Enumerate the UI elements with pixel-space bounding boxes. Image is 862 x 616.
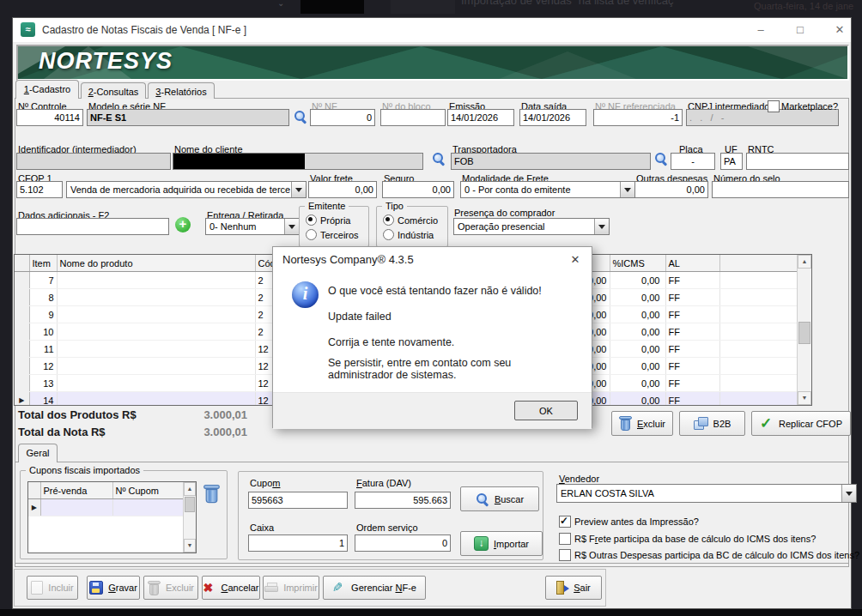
action-incluir-button[interactable]: Incluir	[27, 576, 78, 600]
dialog-message-2: Update failed	[328, 311, 586, 323]
vendedor-label: Vendedor	[559, 474, 599, 484]
add-icon[interactable]	[175, 217, 191, 233]
emitente-group: Emitente Própria Terceiros	[299, 206, 369, 247]
data-saida-input[interactable]	[519, 109, 586, 126]
scroll-thumb[interactable]	[798, 322, 810, 344]
desktop-background: Importação de vendas" na lista de verifi…	[0, 0, 862, 616]
scroll-up-icon[interactable]: ▲	[184, 482, 196, 496]
radio-dot	[306, 229, 317, 240]
door-icon	[556, 581, 568, 595]
importar-button[interactable]: Importar	[460, 531, 543, 556]
action-imprimir-button[interactable]: Imprimir	[263, 576, 319, 600]
radio-propria[interactable]: Própria	[306, 214, 350, 226]
chevron-down-icon[interactable]	[291, 182, 306, 197]
minimize-button[interactable]: –	[744, 18, 777, 42]
rntc-input[interactable]	[746, 153, 849, 170]
scroll-thumb[interactable]	[185, 497, 195, 512]
tab-cadastro[interactable]: 1-Cadastro	[15, 80, 79, 99]
action-cancelar-button[interactable]: Cancelar	[202, 576, 260, 600]
action-sair-button[interactable]: Sair	[545, 576, 602, 600]
total-nota-value: 3.000,01	[142, 426, 247, 438]
nf-input[interactable]	[310, 109, 375, 126]
cfop-code-input[interactable]	[16, 181, 63, 198]
buscar-button[interactable]: Buscar	[460, 486, 539, 511]
col-icms: %ICMS	[610, 255, 665, 272]
vendedor-select[interactable]: ERLAN COSTA SILVA	[556, 484, 857, 503]
identificador-input[interactable]	[16, 153, 171, 170]
background-caret: ⌄	[277, 0, 284, 8]
cfop-select[interactable]: Venda de mercadoria adquirida ou recebid…	[66, 181, 307, 198]
total-produtos-label: Total dos Produtos R$	[18, 408, 137, 421]
caixa-input[interactable]	[248, 534, 348, 552]
radio-terceiros[interactable]: Terceiros	[306, 229, 359, 240]
search-transportadora-icon[interactable]	[654, 152, 668, 166]
placa-input[interactable]	[671, 153, 715, 170]
search-modelo-icon[interactable]	[294, 110, 307, 124]
radio-industria[interactable]: Indústria	[383, 229, 434, 240]
numero-selo-input[interactable]	[712, 181, 849, 198]
action-gerenciar-nf-e-button[interactable]: Gerenciar NF-e	[323, 576, 426, 600]
presenca-select[interactable]: Operação presencial	[453, 218, 610, 235]
ok-button[interactable]: OK	[514, 401, 578, 420]
marketplace-checkbox[interactable]	[768, 100, 780, 112]
scroll-down-icon[interactable]: ▼	[798, 391, 811, 405]
frete-bc-checkbox[interactable]	[559, 533, 571, 545]
valor-frete-input[interactable]	[308, 181, 377, 198]
close-icon[interactable]: ✕	[566, 251, 585, 269]
excluir-item-button[interactable]: Excluir	[611, 411, 673, 436]
cupons-scrollbar[interactable]: ▲ ▼	[183, 482, 196, 553]
outras-bc-checkbox[interactable]	[559, 549, 571, 561]
controle-input[interactable]	[16, 109, 83, 126]
cupom-row[interactable]: ▶	[28, 499, 183, 516]
maximize-button[interactable]: □	[784, 18, 816, 42]
b2b-button[interactable]: B2B	[679, 411, 745, 436]
search-icon	[476, 492, 489, 506]
entrega-retirada-select[interactable]: 0- Nenhum	[205, 218, 300, 235]
tab-consultas[interactable]: 2-Consultas	[81, 82, 146, 99]
window-title: Cadastro de Notas Fiscais de Venda [ NF-…	[42, 24, 246, 36]
chevron-down-icon[interactable]	[284, 219, 299, 234]
grid-scrollbar[interactable]: ▲ ▼	[797, 255, 811, 405]
col-prevenda: Pré-venda	[40, 482, 112, 499]
tipo-legend: Tipo	[382, 201, 407, 211]
scroll-down-icon[interactable]: ▼	[184, 539, 196, 553]
error-dialog: Nortesys Company® 4.3.5 ✕ O que você est…	[272, 246, 592, 428]
modelo-input[interactable]	[87, 109, 289, 126]
uf-input[interactable]	[720, 153, 743, 170]
action-gravar-button[interactable]: Gravar	[87, 576, 140, 600]
emissao-input[interactable]	[447, 109, 514, 126]
cupom-input[interactable]	[248, 492, 348, 509]
delete-cupom-icon[interactable]	[203, 485, 220, 503]
outras-despesas-input[interactable]	[634, 181, 708, 198]
outras-bc-checkbox-row[interactable]: R$ Outras Despesas participa da BC de cá…	[559, 549, 859, 561]
tab-relatorios[interactable]: 3-Relatórios	[148, 82, 215, 99]
action-excluir-button[interactable]: Excluir	[143, 576, 198, 600]
doc-icon	[31, 581, 43, 595]
search-cliente-icon[interactable]	[432, 152, 446, 166]
cupons-header-row: Pré-venda Nº Cupom	[28, 482, 183, 499]
trash-icon	[148, 581, 161, 595]
radio-comercio[interactable]: Comércio	[383, 214, 438, 226]
chevron-down-icon[interactable]	[594, 219, 609, 234]
tab-geral[interactable]: Geral	[18, 444, 58, 462]
replicar-cfop-button[interactable]: Replicar CFOP	[751, 411, 851, 436]
bloco-input[interactable]	[380, 109, 446, 126]
dados-adicionais-input[interactable]	[16, 218, 169, 235]
chevron-down-icon[interactable]	[620, 182, 634, 197]
preview-checkbox-row[interactable]: Preview antes da Impressão?	[559, 516, 699, 528]
ordem-servico-input[interactable]	[355, 534, 451, 552]
transportadora-input[interactable]	[451, 153, 651, 170]
chevron-down-icon[interactable]	[841, 485, 856, 502]
info-icon	[292, 281, 319, 308]
cupom-import-group: Cupom Fatura (DAV) Buscar Caixa Ordem se…	[238, 471, 543, 560]
cnpj-input[interactable]	[686, 109, 839, 126]
preview-checkbox[interactable]	[559, 516, 571, 528]
radio-dot	[306, 214, 317, 226]
fatura-input[interactable]	[355, 492, 451, 509]
scroll-up-icon[interactable]: ▲	[798, 255, 811, 269]
frete-bc-checkbox-row[interactable]: R$ Frete participa da base de cálculo do…	[559, 533, 816, 545]
modalidade-frete-select[interactable]: 0 - Por conta do emitente	[460, 181, 635, 198]
nf-referenciada-input[interactable]	[593, 109, 683, 126]
seguro-input[interactable]	[382, 181, 454, 198]
close-button[interactable]: ✕	[823, 18, 856, 42]
